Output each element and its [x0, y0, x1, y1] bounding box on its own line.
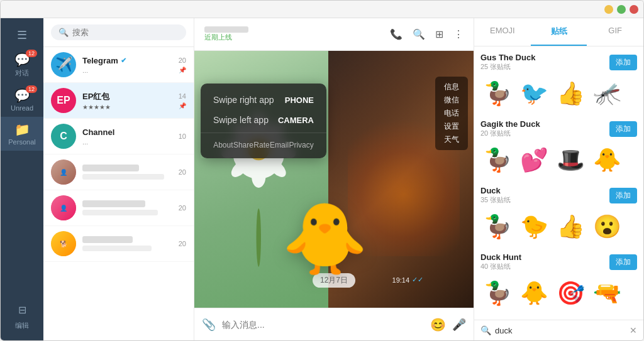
chat-header: 近期上线 📞 🔍 ⊞ ⋮ — [194, 18, 474, 51]
chat-preview: ... — [82, 138, 175, 146]
tab-gif[interactable]: GIF — [587, 18, 643, 46]
sticker-search: 🔍 ✕ — [474, 320, 643, 340]
privacy-link[interactable]: Privacy — [289, 141, 313, 149]
chat-time: 20 — [179, 168, 186, 176]
chat-preview — [82, 210, 158, 215]
sidebar: ☰ 12 💬 对话 12 💬 Unread 📁 Personal ⊟ 编辑 — [1, 18, 43, 340]
conversations-label: 对话 — [15, 68, 29, 78]
chat-header-info: 近期上线 — [204, 26, 248, 42]
chat-item[interactable]: 🐕 20 — [43, 226, 194, 262]
sidebar-item-conversations[interactable]: 12 💬 对话 — [1, 47, 43, 83]
chat-input-area: 📎 😊 🎤 — [194, 308, 474, 340]
svg-point-0 — [256, 208, 260, 267]
chat-item[interactable]: 👤 20 — [43, 154, 194, 190]
sticker-pack-info: Duck Hunt 40 张贴纸 — [480, 252, 521, 271]
chat-item[interactable]: 👤 20 — [43, 190, 194, 226]
split-view-icon[interactable]: ⊞ — [435, 28, 443, 40]
attach-icon[interactable]: 📎 — [202, 318, 216, 332]
rate-link[interactable]: Rate — [253, 141, 269, 149]
context-row-swipe-right: Swipe right app PHONE — [201, 90, 326, 110]
add-sticker-btn[interactable]: 添加 — [609, 188, 637, 203]
swipe-left-label: Swipe left app — [213, 115, 269, 125]
sticker-item[interactable]: 🐥 — [590, 143, 624, 177]
chat-items: ✈️ Telegram ✔ ... 20 📌 — [43, 47, 194, 340]
chat-item[interactable]: C Channel ... 10 — [43, 119, 194, 154]
unread-badge: 12 — [26, 85, 37, 93]
avatar: C — [51, 124, 76, 149]
add-sticker-btn[interactable]: 添加 — [609, 121, 637, 137]
info-panel: 信息 微信 电话 设置 天气 — [435, 77, 468, 150]
sticker-panel: EMOJI 贴纸 GIF Gus The Duck 25 张贴纸 添加 🦆 — [474, 18, 643, 340]
sticker-content: Gus The Duck 25 张贴纸 添加 🦆 🐦 👍 🦟 — [474, 46, 643, 320]
sticker-item[interactable]: 👍 — [553, 210, 587, 244]
chat-info: Telegram ✔ ... — [82, 56, 175, 74]
sticker-item[interactable]: 🦆 — [480, 276, 514, 310]
sidebar-item-unread[interactable]: 12 💬 Unread — [1, 83, 43, 117]
chat-info — [82, 165, 175, 180]
tab-emoji[interactable]: EMOJI — [474, 18, 531, 46]
sticker-item[interactable]: 🔫 — [590, 276, 624, 310]
sticker-item[interactable]: 🐦 — [517, 77, 551, 111]
message-timestamp: 19:14 ✓✓ — [392, 276, 424, 284]
about-link[interactable]: About — [213, 141, 233, 149]
mic-icon[interactable]: 🎤 — [452, 318, 466, 332]
sticker-item[interactable]: 💕 — [517, 143, 551, 177]
call-icon[interactable]: 📞 — [390, 28, 402, 40]
sticker-item[interactable]: 🎩 — [553, 143, 587, 177]
chat-name: Channel — [82, 127, 175, 137]
sticker-item[interactable]: 🐥 — [517, 276, 551, 310]
chat-meta: 10 — [179, 133, 186, 140]
sticker-grid: 🦆 🐤 👍 😮 — [480, 210, 637, 244]
sticker-item[interactable]: 👍 — [553, 77, 587, 111]
sticker-search-clear[interactable]: ✕ — [630, 325, 637, 335]
menu-icon[interactable]: ☰ — [12, 23, 32, 47]
chat-info: Channel ... — [82, 127, 175, 146]
chat-header-actions: 📞 🔍 ⊞ ⋮ — [390, 28, 464, 40]
add-sticker-btn[interactable]: 添加 — [609, 55, 637, 70]
add-sticker-btn[interactable]: 添加 — [609, 254, 637, 270]
chat-name: Telegram ✔ — [82, 56, 175, 65]
chat-meta: 20 📌 — [179, 57, 186, 73]
sticker-pack-info: Duck 35 张贴纸 — [480, 186, 511, 205]
sticker-pack-header: Gagik the Duck 20 张贴纸 添加 — [480, 119, 637, 138]
sticker-item[interactable]: 🐤 — [517, 210, 551, 244]
chat-item[interactable]: ✈️ Telegram ✔ ... 20 📌 — [43, 47, 194, 83]
sticker-grid: 🦆 💕 🎩 🐥 — [480, 143, 637, 177]
sticker-item[interactable]: 😮 — [590, 210, 624, 244]
search-input[interactable] — [72, 28, 179, 37]
sticker-item[interactable]: 🦆 — [480, 210, 514, 244]
sticker-item[interactable]: 🦆 — [480, 143, 514, 177]
chat-item-active[interactable]: EP EP红包 ★★★★★ 14 📌 — [43, 83, 194, 119]
search-chat-icon[interactable]: 🔍 — [413, 28, 425, 40]
sticker-search-icon: 🔍 — [480, 325, 491, 335]
chat-name: EP红包 — [82, 91, 175, 102]
search-box[interactable]: 🔍 — [51, 24, 186, 40]
message-time: 19:14 — [392, 276, 410, 284]
sticker-item[interactable]: 🦟 — [590, 77, 624, 111]
camera-value: CAMERA — [278, 116, 314, 125]
sticker-item[interactable]: 🎯 — [553, 276, 587, 310]
tab-stickers[interactable]: 贴纸 — [531, 18, 587, 46]
pin-icon: 📌 — [179, 67, 186, 73]
sticker-search-input[interactable] — [495, 326, 626, 335]
sticker-pack-header: Duck 35 张贴纸 添加 — [480, 186, 637, 205]
equalizer-icon[interactable]: ⊟ — [13, 299, 31, 321]
email-link[interactable]: Email — [270, 141, 289, 149]
message-input[interactable] — [222, 320, 424, 330]
verified-icon: ✔ — [121, 57, 126, 65]
maximize-button[interactable]: □ — [617, 5, 626, 14]
chat-time: 10 — [179, 133, 186, 140]
chat-list-header: 🔍 — [43, 18, 194, 47]
svg-point-6 — [252, 165, 265, 188]
personal-label: Personal — [8, 138, 35, 146]
chat-preview: ... — [82, 67, 175, 74]
share-link[interactable]: Share — [233, 141, 253, 149]
sticker-item[interactable]: 🦆 — [480, 77, 514, 111]
minimize-button[interactable]: — — [604, 5, 613, 14]
sticker-pack-header: Gus The Duck 25 张贴纸 添加 — [480, 53, 637, 72]
emoji-button[interactable]: 😊 — [430, 317, 446, 332]
chat-info: EP红包 ★★★★★ — [82, 91, 175, 111]
more-options-icon[interactable]: ⋮ — [453, 28, 464, 40]
close-button[interactable]: ✕ — [630, 5, 638, 14]
sidebar-item-personal[interactable]: 📁 Personal — [1, 117, 43, 151]
